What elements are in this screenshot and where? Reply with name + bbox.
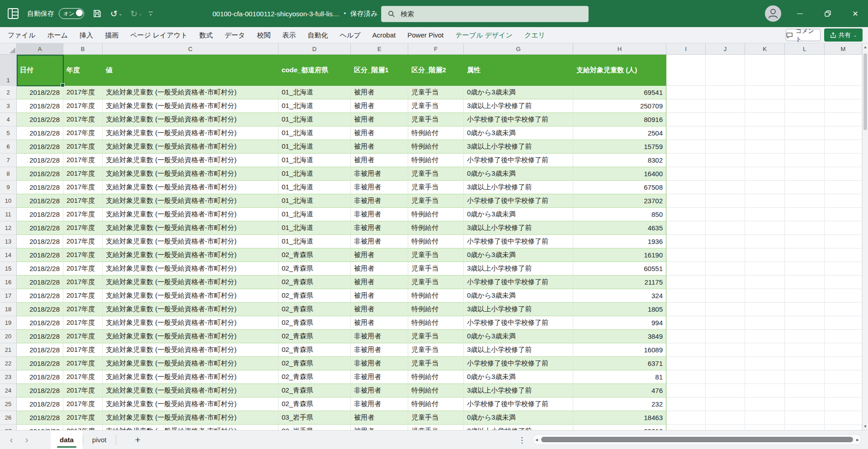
cell-I24[interactable]: [666, 384, 706, 398]
cell-J17[interactable]: [706, 289, 745, 303]
cell-I6[interactable]: [666, 140, 706, 154]
cell-K25[interactable]: [745, 398, 785, 411]
cell-J24[interactable]: [706, 384, 745, 398]
cell-I17[interactable]: [666, 289, 706, 303]
cell-M20[interactable]: [825, 330, 862, 343]
cell-I18[interactable]: [666, 303, 706, 316]
cell-J10[interactable]: [706, 194, 745, 208]
ribbon-tab-校閲[interactable]: 校閲: [251, 27, 276, 43]
cell-J4[interactable]: [706, 113, 745, 126]
cell-E14[interactable]: 被用者: [351, 248, 408, 262]
cell-I15[interactable]: [666, 262, 706, 276]
cell-C2[interactable]: 支給対象児童数 (一般受給資格者-市町村分): [103, 86, 278, 99]
cell-C9[interactable]: 支給対象児童数 (一般受給資格者-市町村分): [103, 181, 278, 194]
cell-F7[interactable]: 特例給付: [408, 154, 464, 167]
cell-K14[interactable]: [745, 248, 785, 262]
cell-F19[interactable]: 特例給付: [408, 316, 464, 330]
row-header-4[interactable]: 4: [0, 113, 17, 126]
cell-B13[interactable]: 2017年度: [63, 235, 103, 248]
cell-H3[interactable]: 250709: [573, 99, 666, 113]
cell-K8[interactable]: [745, 167, 785, 181]
cell-D16[interactable]: 02_青森県: [278, 276, 351, 289]
ribbon-tab-ヘルプ[interactable]: ヘルプ: [334, 27, 366, 43]
cell-L7[interactable]: [785, 154, 825, 167]
cell-B19[interactable]: 2017年度: [63, 316, 103, 330]
account-avatar[interactable]: [765, 5, 781, 22]
cell-G4[interactable]: 小学校修了後中学校修了前: [464, 113, 573, 126]
cell-D23[interactable]: 02_青森県: [278, 370, 351, 384]
vertical-scrollbar-thumb[interactable]: [863, 53, 867, 130]
cell-C7[interactable]: 支給対象児童数 (一般受給資格者-市町村分): [103, 154, 278, 167]
cell-K10[interactable]: [745, 194, 785, 208]
cell-J23[interactable]: [706, 370, 745, 384]
cell-D7[interactable]: 01_北海道: [278, 154, 351, 167]
header-cell-C1[interactable]: 値: [103, 55, 278, 86]
cell-F27[interactable]: 児童手当: [408, 425, 464, 430]
cell-D24[interactable]: 02_青森県: [278, 384, 351, 398]
cell-A14[interactable]: 2018/2/28: [17, 248, 63, 262]
cell-J22[interactable]: [706, 357, 745, 370]
cell-E23[interactable]: 非被用者: [351, 370, 408, 384]
cell-G5[interactable]: 0歳から3歳未満: [464, 126, 573, 140]
cell-B27[interactable]: 2017年度: [63, 425, 103, 430]
row-header-11[interactable]: 11: [0, 208, 17, 221]
row-header-8[interactable]: 8: [0, 167, 17, 181]
cell-H23[interactable]: 81: [573, 370, 666, 384]
cell-L6[interactable]: [785, 140, 825, 154]
cell-F10[interactable]: 児童手当: [408, 194, 464, 208]
cell-A8[interactable]: 2018/2/28: [17, 167, 63, 181]
cell-L25[interactable]: [785, 398, 825, 411]
cell-D6[interactable]: 01_北海道: [278, 140, 351, 154]
cell-I14[interactable]: [666, 248, 706, 262]
cell-H20[interactable]: 3849: [573, 330, 666, 343]
cell-A19[interactable]: 2018/2/28: [17, 316, 63, 330]
horizontal-scrollbar-thumb[interactable]: [541, 437, 853, 442]
cell-A7[interactable]: 2018/2/28: [17, 154, 63, 167]
row-header-14[interactable]: 14: [0, 248, 17, 262]
cell-D8[interactable]: 01_北海道: [278, 167, 351, 181]
row-header-10[interactable]: 10: [0, 194, 17, 208]
cell-H19[interactable]: 994: [573, 316, 666, 330]
cell-F2[interactable]: 児童手当: [408, 86, 464, 99]
cell-L10[interactable]: [785, 194, 825, 208]
cell-D13[interactable]: 01_北海道: [278, 235, 351, 248]
cell-M25[interactable]: [825, 398, 862, 411]
cell-C16[interactable]: 支給対象児童数 (一般受給資格者-市町村分): [103, 276, 278, 289]
cell-E17[interactable]: 被用者: [351, 289, 408, 303]
cell-E8[interactable]: 非被用者: [351, 167, 408, 181]
row-header-1[interactable]: 1: [0, 55, 17, 86]
column-header-I[interactable]: I: [666, 43, 706, 55]
cell-F16[interactable]: 児童手当: [408, 276, 464, 289]
cell-I12[interactable]: [666, 221, 706, 235]
cell-G2[interactable]: 0歳から3歳未満: [464, 86, 573, 99]
cell-J6[interactable]: [706, 140, 745, 154]
cell-L17[interactable]: [785, 289, 825, 303]
cell-D15[interactable]: 02_青森県: [278, 262, 351, 276]
cell-F20[interactable]: 児童手当: [408, 330, 464, 343]
cell-J15[interactable]: [706, 262, 745, 276]
cell-B14[interactable]: 2017年度: [63, 248, 103, 262]
cell-A9[interactable]: 2018/2/28: [17, 181, 63, 194]
cell-M17[interactable]: [825, 289, 862, 303]
cell-B24[interactable]: 2017年度: [63, 384, 103, 398]
cell-H27[interactable]: 69010: [573, 425, 666, 430]
cell-A6[interactable]: 2018/2/28: [17, 140, 63, 154]
cell-C27[interactable]: 支給対象児童数 (一般受給資格者-市町村分): [103, 425, 278, 430]
row-header-3[interactable]: 3: [0, 99, 17, 113]
cell-I7[interactable]: [666, 154, 706, 167]
row-header-21[interactable]: 21: [0, 343, 17, 357]
cell-H4[interactable]: 80916: [573, 113, 666, 126]
cell-M22[interactable]: [825, 357, 862, 370]
cell-L20[interactable]: [785, 330, 825, 343]
cell-D9[interactable]: 01_北海道: [278, 181, 351, 194]
cell-J16[interactable]: [706, 276, 745, 289]
cell-A21[interactable]: 2018/2/28: [17, 343, 63, 357]
cell-I20[interactable]: [666, 330, 706, 343]
cell-M19[interactable]: [825, 316, 862, 330]
row-header-7[interactable]: 7: [0, 154, 17, 167]
ribbon-tab-ホーム[interactable]: ホーム: [41, 27, 74, 43]
cell-J5[interactable]: [706, 126, 745, 140]
cell-A25[interactable]: 2018/2/28: [17, 398, 63, 411]
cell-M18[interactable]: [825, 303, 862, 316]
cell-A12[interactable]: 2018/2/28: [17, 221, 63, 235]
